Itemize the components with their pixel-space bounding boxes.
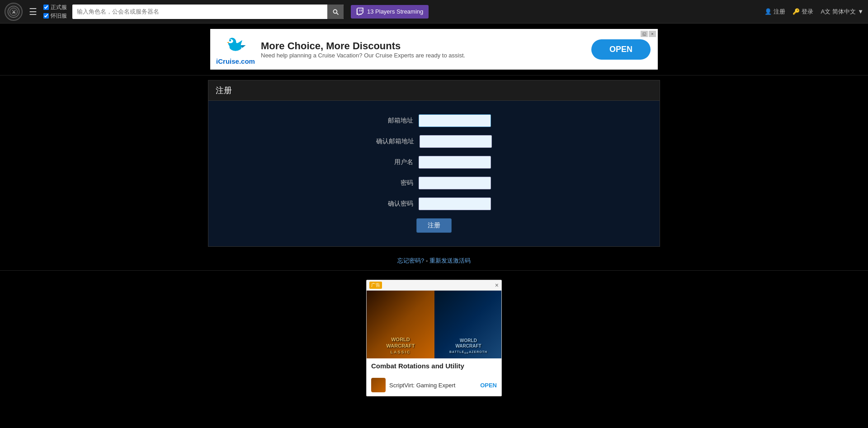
main-content: 注册 邮箱地址 确认邮箱地址 用户名 密码 xyxy=(199,80,669,270)
confirm-password-label: 确认密码 xyxy=(377,200,413,208)
header: ⚔ ☰ 正式服 怀旧服 13 Players Streaming 👤 注册 xyxy=(0,0,868,24)
register-link[interactable]: 👤 注册 xyxy=(764,8,785,16)
bottom-ad-image: y automatedCombat Rotations PvP & PvE Sc… xyxy=(367,291,502,358)
ad-title: More Choice, More Discounts xyxy=(261,40,584,52)
password-label: 密码 xyxy=(377,179,413,187)
top-ad-banner: ◱ × iCruise.com More Choice, More Discou… xyxy=(210,29,658,70)
ad-close-btn[interactable]: × xyxy=(649,31,656,37)
bottom-ad: 广告 × y automatedCombat Rotations PvP & P… xyxy=(366,280,502,396)
bottom-ad-footer: ScriptVirt: Gaming Expert OPEN xyxy=(367,376,501,396)
ad-resize-btn[interactable]: ◱ xyxy=(641,31,648,37)
bottom-ad-body: Combat Rotations and Utility xyxy=(367,358,501,376)
register-title-bar: 注册 xyxy=(208,80,660,101)
bottom-ad-header: 广告 × xyxy=(367,280,501,291)
menu-icon[interactable]: ☰ xyxy=(26,5,40,19)
username-label: 用户名 xyxy=(377,158,413,166)
confirm-email-label: 确认邮箱地址 xyxy=(376,137,414,146)
confirm-password-field[interactable] xyxy=(419,198,491,210)
submit-row: 注册 xyxy=(217,218,651,233)
svg-text:⚔: ⚔ xyxy=(12,9,16,14)
server-type-checkboxes: 正式服 怀旧服 xyxy=(43,4,67,20)
language-selector[interactable]: A文 简体中文 ▼ xyxy=(821,8,863,16)
email-row: 邮箱地址 xyxy=(217,114,651,127)
email-label: 邮箱地址 xyxy=(377,117,413,125)
register-form-area: 邮箱地址 确认邮箱地址 用户名 密码 确认密码 xyxy=(208,101,660,246)
site-logo: ⚔ xyxy=(5,3,23,21)
email-field[interactable] xyxy=(419,114,491,127)
header-right-nav: 👤 注册 🔑 登录 A文 简体中文 ▼ xyxy=(764,8,863,16)
ad-brand: iCruise.com xyxy=(216,57,255,65)
confirm-email-field[interactable] xyxy=(420,135,492,148)
svg-marker-7 xyxy=(227,42,229,43)
username-field[interactable] xyxy=(419,156,491,169)
search-button[interactable] xyxy=(327,5,344,19)
svg-point-6 xyxy=(229,39,231,42)
classic-server-checkbox[interactable]: 怀旧服 xyxy=(43,12,67,20)
confirm-email-row: 确认邮箱地址 xyxy=(217,135,651,148)
bottom-ad-open-btn[interactable]: OPEN xyxy=(480,382,497,389)
wow-bfa-logo: WORLDWARCRAFTBATTLEOFAZEROTH xyxy=(434,291,502,358)
username-row: 用户名 xyxy=(217,156,651,169)
forgot-link-row: 忘记密码? - 重新发送激活码 xyxy=(208,251,660,270)
search-input[interactable] xyxy=(72,5,327,19)
password-field[interactable] xyxy=(419,177,491,189)
ad-label-badge: 广告 xyxy=(369,282,382,289)
search-bar xyxy=(72,5,344,19)
login-link[interactable]: 🔑 登录 xyxy=(793,8,813,16)
forgot-password-link[interactable]: 忘记密码? xyxy=(397,257,424,264)
register-submit-button[interactable]: 注册 xyxy=(416,218,452,233)
wow-classic-logo: WORLDWARCRAFTLASSIC xyxy=(367,291,434,358)
ad-text: More Choice, More Discounts Need help pl… xyxy=(261,40,584,59)
ad-subtitle: Need help planning a Cruise Vacation? Ou… xyxy=(261,52,584,59)
twitch-streaming-button[interactable]: 13 Players Streaming xyxy=(351,5,429,19)
bottom-ad-close-btn[interactable]: × xyxy=(495,282,499,289)
ad-open-button[interactable]: OPEN xyxy=(591,39,651,60)
ad-channel-avatar xyxy=(371,378,386,392)
resend-activation-link[interactable]: 重新发送激活码 xyxy=(429,257,471,264)
ad-channel-name: ScriptVirt: Gaming Expert xyxy=(389,382,476,389)
register-panel: 注册 邮箱地址 确认邮箱地址 用户名 密码 xyxy=(208,80,660,247)
register-title: 注册 xyxy=(216,86,232,95)
ad-logo: iCruise.com xyxy=(217,33,254,65)
link-separator: - xyxy=(424,257,429,264)
normal-server-checkbox[interactable]: 正式服 xyxy=(43,4,67,11)
bottom-ad-title: Combat Rotations and Utility xyxy=(371,362,497,370)
twitch-label: 13 Players Streaming xyxy=(367,8,423,15)
ad-corner-controls: ◱ × xyxy=(641,31,656,37)
confirm-password-row: 确认密码 xyxy=(217,198,651,210)
top-ad-wrapper: ◱ × iCruise.com More Choice, More Discou… xyxy=(0,24,868,75)
password-row: 密码 xyxy=(217,177,651,189)
svg-marker-8 xyxy=(236,40,242,45)
